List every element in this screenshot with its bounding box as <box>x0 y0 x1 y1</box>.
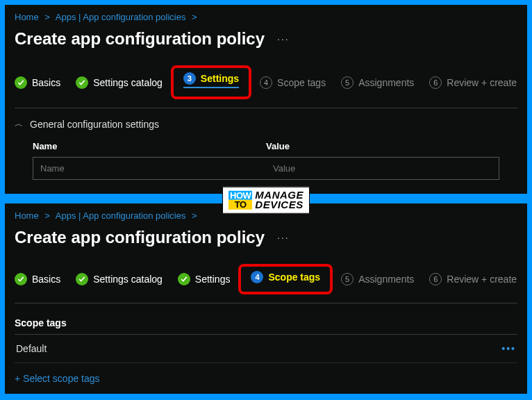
wizard-steps: Basics Settings catalog Settings 4 Scope… <box>15 268 517 303</box>
table-header: Name Value <box>15 141 517 151</box>
step-scope-tags[interactable]: 4 Scope tags <box>251 271 320 283</box>
step-review-create[interactable]: 6 Review + create <box>429 273 517 285</box>
check-icon <box>76 273 88 285</box>
highlight-box: 3 Settings <box>171 65 251 99</box>
section-scope-tags: Scope tags <box>15 317 517 335</box>
accordion-label: General configuration settings <box>30 119 159 130</box>
chevron-right-icon: > <box>44 210 50 221</box>
scope-tag-row: Default ••• <box>15 335 517 363</box>
step-label: Settings catalog <box>93 274 163 285</box>
step-number-badge: 5 <box>341 76 354 89</box>
page-title: Create app configuration policy <box>15 228 265 247</box>
watermark: HOW TO MANAGE DEVICES <box>222 187 310 214</box>
step-scope-tags[interactable]: 4 Scope tags <box>260 76 326 89</box>
breadcrumb-apps[interactable]: Apps | App configuration policies <box>56 12 186 22</box>
check-icon <box>15 273 27 285</box>
row-actions-icon[interactable]: ••• <box>501 343 516 354</box>
select-scope-tags-link[interactable]: + Select scope tags <box>15 373 100 384</box>
more-actions-icon[interactable]: ··· <box>277 232 290 243</box>
scope-tag-name: Default <box>16 343 47 354</box>
step-review-create[interactable]: 6 Review + create <box>429 76 517 89</box>
wizard-steps: Basics Settings catalog 3 Settings 4 Sco… <box>15 69 517 108</box>
step-number-badge: 6 <box>429 76 442 89</box>
step-settings[interactable]: Settings <box>178 273 231 285</box>
step-assignments[interactable]: 5 Assignments <box>341 76 414 89</box>
step-label: Basics <box>32 274 60 285</box>
more-actions-icon[interactable]: ··· <box>277 33 290 44</box>
accordion-general-settings[interactable]: ︿ General configuration settings <box>15 118 517 130</box>
page-title: Create app configuration policy <box>15 29 265 49</box>
breadcrumb-apps[interactable]: Apps | App configuration policies <box>56 210 186 221</box>
step-number-badge: 5 <box>341 273 354 285</box>
step-label: Settings <box>201 73 239 84</box>
panel-scope-tags-step: Home > Apps | App configuration policies… <box>3 201 529 396</box>
wm-to: TO <box>228 200 252 210</box>
step-label: Assignments <box>358 77 414 88</box>
step-number-badge: 6 <box>429 273 442 285</box>
column-name: Name <box>33 141 266 151</box>
step-label: Assignments <box>358 274 414 285</box>
step-settings-catalog[interactable]: Settings catalog <box>76 76 163 89</box>
step-label: Settings <box>195 274 231 285</box>
breadcrumb-home[interactable]: Home <box>15 210 39 221</box>
step-label: Review + create <box>447 77 517 88</box>
step-number-badge: 4 <box>251 271 263 283</box>
wm-how: HOW <box>228 190 252 200</box>
step-label: Settings catalog <box>93 77 163 88</box>
chevron-up-icon: ︿ <box>15 118 23 130</box>
check-icon <box>76 76 88 89</box>
table-row <box>33 157 499 180</box>
name-input[interactable] <box>33 158 266 179</box>
wm-devices: DEVICES <box>255 200 304 210</box>
step-label: Scope tags <box>268 272 320 283</box>
step-assignments[interactable]: 5 Assignments <box>341 273 414 285</box>
highlight-box: 4 Scope tags <box>238 264 333 294</box>
step-basics[interactable]: Basics <box>15 76 60 89</box>
chevron-right-icon: > <box>44 12 50 22</box>
step-settings-catalog[interactable]: Settings catalog <box>76 273 163 285</box>
step-label: Review + create <box>447 274 517 285</box>
step-basics[interactable]: Basics <box>15 273 60 285</box>
chevron-right-icon: > <box>192 12 197 22</box>
value-input[interactable] <box>266 158 499 179</box>
breadcrumb: Home > Apps | App configuration policies… <box>15 12 517 22</box>
step-number-badge: 4 <box>260 76 272 89</box>
column-value: Value <box>266 141 499 151</box>
panel-settings-step: Home > Apps | App configuration policies… <box>3 3 529 196</box>
step-settings[interactable]: 3 Settings <box>183 72 239 88</box>
step-label: Basics <box>32 77 60 88</box>
breadcrumb-home[interactable]: Home <box>15 12 39 22</box>
check-icon <box>178 273 190 285</box>
chevron-right-icon: > <box>192 210 197 221</box>
step-number-badge: 3 <box>183 72 196 85</box>
step-label: Scope tags <box>277 77 326 88</box>
check-icon <box>15 76 27 89</box>
